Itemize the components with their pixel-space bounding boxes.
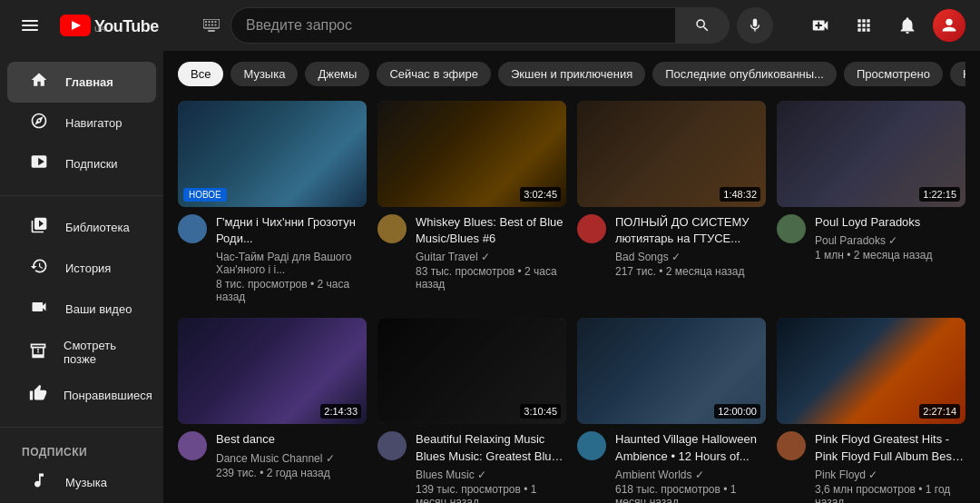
video-grid: НОВОЕ Г'мдни і Чих'нни Грозотун Роди... … xyxy=(178,101,965,503)
video-stats-7: 3,6 млн просмотров • 1 год назад xyxy=(815,483,965,503)
video-stats-6: 618 тыс. просмотров • 1 месяц назад xyxy=(615,483,766,503)
menu-button[interactable] xyxy=(15,13,45,38)
main-content: Все Музыка Джемы Сейчас в эфире Экшен и … xyxy=(163,51,980,503)
channel-avatar-2 xyxy=(577,214,606,243)
svg-rect-9 xyxy=(215,21,217,23)
history-icon xyxy=(29,257,49,280)
notifications-button[interactable] xyxy=(889,7,926,44)
video-meta-7: Pink Floyd Greatest Hits - Pink Floyd Fu… xyxy=(777,431,965,503)
chip-watched[interactable]: Просмотрено xyxy=(844,62,943,86)
svg-rect-10 xyxy=(205,25,207,26)
create-icon xyxy=(810,15,830,35)
channel-name-0: Час-Тайм Раді для Вашого Хан'яного і і..… xyxy=(216,251,367,276)
thumbnail-1: 3:02:45 xyxy=(377,101,566,207)
video-title-3: Poul Loyd Paradoks xyxy=(815,214,965,231)
channel-name-1: Guitar Travel ✓ xyxy=(416,251,566,263)
chip-action[interactable]: Экшен и приключения xyxy=(498,62,645,86)
logo[interactable]: YouTube UA xyxy=(60,15,159,36)
sidebar-separator-2 xyxy=(0,427,163,428)
sidebar-item-music-label: Музыка xyxy=(65,476,107,489)
svg-rect-2 xyxy=(22,29,38,31)
header-center xyxy=(192,7,773,44)
search-form xyxy=(192,7,730,44)
channel-avatar-7 xyxy=(777,431,806,460)
sidebar-item-music[interactable]: Музыка xyxy=(7,462,156,503)
sidebar-item-home-label: Главная xyxy=(65,75,113,89)
youtube-badge: UA xyxy=(94,25,159,34)
keyboard-button[interactable] xyxy=(192,7,230,44)
create-button[interactable] xyxy=(802,7,838,44)
video-stats-1: 83 тыс. просмотров • 2 часа назад xyxy=(416,265,566,291)
video-card-4[interactable]: 2:14:33 Best dance Dance Music Channel ✓… xyxy=(178,318,367,503)
sidebar-item-watch-later[interactable]: Смотреть позже xyxy=(7,330,156,375)
video-stats-5: 139 тыс. просмотров • 1 месяц назад xyxy=(416,483,566,503)
video-info-7: Pink Floyd Greatest Hits - Pink Floyd Fu… xyxy=(815,431,965,503)
video-card-5[interactable]: 3:10:45 Beautiful Relaxing Music Blues M… xyxy=(377,318,566,503)
sidebar-item-library[interactable]: Библиотека xyxy=(7,207,156,248)
voice-search-button[interactable] xyxy=(737,7,773,44)
video-card-0[interactable]: НОВОЕ Г'мдни і Чих'нни Грозотун Роди... … xyxy=(178,101,367,303)
svg-point-15 xyxy=(946,19,952,25)
chip-all[interactable]: Все xyxy=(178,62,223,86)
video-title-6: Haunted Village Halloween Ambience • 12 … xyxy=(615,431,766,464)
search-input[interactable] xyxy=(230,7,675,44)
sidebar-item-liked[interactable]: Понравившиеся xyxy=(7,375,156,416)
watch-later-icon xyxy=(29,341,47,364)
video-title-4: Best dance xyxy=(216,431,367,448)
sidebar-item-explore[interactable]: Навигатор xyxy=(7,103,156,143)
video-card-7[interactable]: 2:27:14 Pink Floyd Greatest Hits - Pink … xyxy=(777,318,965,503)
youtube-logo-icon xyxy=(60,15,91,36)
video-info-0: Г'мдни і Чих'нни Грозотун Роди... Час-Та… xyxy=(216,214,367,303)
video-info-6: Haunted Village Halloween Ambience • 12 … xyxy=(615,431,766,503)
svg-rect-13 xyxy=(215,25,217,26)
sidebar-item-subscriptions-label: Подписки xyxy=(65,157,118,171)
channel-name-3: Poul Paradoks ✓ xyxy=(815,234,965,247)
video-stats-2: 217 тис. • 2 месяца назад xyxy=(615,265,766,278)
video-meta-6: Haunted Village Halloween Ambience • 12 … xyxy=(577,431,766,503)
duration-badge-1: 3:02:45 xyxy=(520,187,561,202)
sidebar: Главная Навигатор Подписки Библиотека xyxy=(0,51,163,503)
sidebar-item-home[interactable]: Главная xyxy=(7,62,156,103)
chip-live[interactable]: Сейчас в эфире xyxy=(377,62,491,86)
sidebar-item-your-videos[interactable]: Ваши видео xyxy=(7,289,156,330)
sidebar-item-history[interactable]: История xyxy=(7,248,156,289)
channel-avatar-4 xyxy=(178,431,207,460)
sidebar-item-subscriptions[interactable]: Подписки xyxy=(7,143,156,184)
video-card-1[interactable]: 3:02:45 Whiskey Blues: Best of Blue Musi… xyxy=(377,101,566,303)
svg-rect-0 xyxy=(22,20,38,22)
header: YouTube UA xyxy=(0,0,980,51)
account-button[interactable] xyxy=(933,9,965,42)
video-stats-3: 1 млн • 2 месяца назад xyxy=(815,249,965,261)
thumbnail-0: НОВОЕ xyxy=(178,101,367,207)
channel-name-7: Pink Floyd ✓ xyxy=(815,468,965,481)
video-title-5: Beautiful Relaxing Music Blues Music: Gr… xyxy=(416,431,566,464)
channel-avatar-6 xyxy=(577,431,606,460)
svg-rect-6 xyxy=(205,21,207,23)
liked-icon xyxy=(29,384,47,407)
app-body: Главная Навигатор Подписки Библиотека xyxy=(0,51,980,503)
svg-rect-1 xyxy=(22,25,38,26)
svg-rect-14 xyxy=(208,30,215,32)
chip-recent[interactable]: Последние опубликованны... xyxy=(652,62,837,86)
home-icon xyxy=(29,71,49,94)
svg-rect-7 xyxy=(209,21,211,23)
video-info-1: Whiskey Blues: Best of Blue Music/Blues … xyxy=(416,214,566,291)
search-icon xyxy=(694,17,710,34)
video-card-3[interactable]: 1:22:15 Poul Loyd Paradoks Poul Paradoks… xyxy=(777,101,965,303)
chip-new-for-you[interactable]: Новое для вас xyxy=(950,62,965,86)
search-button[interactable] xyxy=(675,7,730,44)
channel-avatar-0 xyxy=(178,214,207,243)
subscriptions-icon xyxy=(29,153,49,175)
video-card-6[interactable]: 12:00:00 Haunted Village Halloween Ambie… xyxy=(577,318,766,503)
video-card-2[interactable]: 1:48:32 ПОЛНЫЙ ДО СИСТЕМУ лютиятарь на Г… xyxy=(577,101,766,303)
svg-rect-8 xyxy=(211,21,213,23)
video-stats-0: 8 тис. просмотров • 2 часа назад xyxy=(216,278,367,303)
channel-name-6: Ambient Worlds ✓ xyxy=(615,468,766,481)
chip-music[interactable]: Музыка xyxy=(230,62,298,86)
video-meta-2: ПОЛНЫЙ ДО СИСТЕМУ лютиятарь на ГТУСЕ... … xyxy=(577,214,766,278)
video-info-2: ПОЛНЫЙ ДО СИСТЕМУ лютиятарь на ГТУСЕ... … xyxy=(615,214,766,278)
chip-jams[interactable]: Джемы xyxy=(305,62,369,86)
avatar xyxy=(933,9,965,42)
apps-button[interactable] xyxy=(846,7,882,44)
thumbnail-5: 3:10:45 xyxy=(377,318,566,424)
